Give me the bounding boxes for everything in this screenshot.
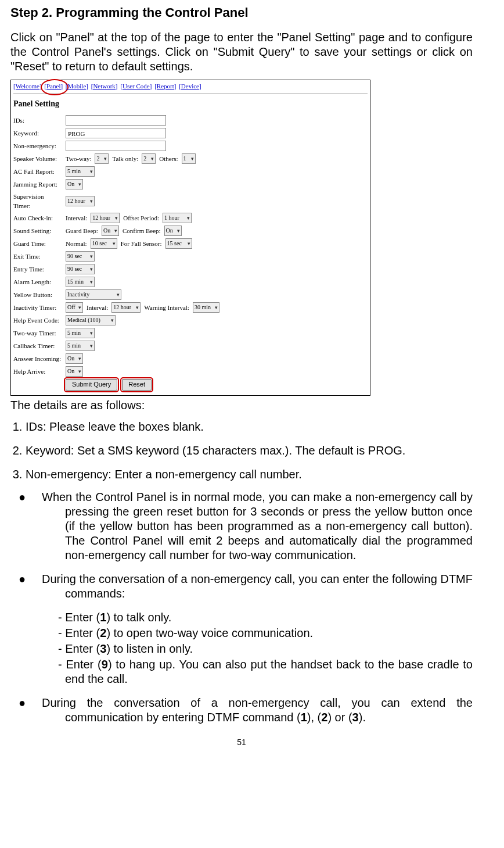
label-auto-interval: Interval: [66, 213, 87, 223]
select-guard-normal[interactable]: 10 sec [91, 238, 117, 249]
label-helparrive: Help Arrive: [13, 367, 62, 376]
item-nonemergency-text: Non-emergency: Enter a non-emergency cal… [26, 468, 302, 481]
select-exit[interactable]: 90 sec [66, 251, 95, 262]
label-callback: Callback Timer: [13, 341, 62, 350]
d4-key: 9 [102, 658, 108, 671]
select-supervision[interactable]: 12 hour [66, 196, 95, 206]
bullet-dtmf-text: During the conversation of a non-emergen… [42, 573, 473, 600]
page-number: 51 [10, 738, 473, 748]
item-keyword: Keyword: Set a SMS keyword (15 character… [26, 443, 473, 458]
select-yellow[interactable]: Inactivity [66, 289, 121, 300]
bullet-normal-mode: ●When the Control Panel is in normal mod… [26, 490, 473, 563]
select-acfail[interactable]: 5 min [66, 166, 95, 177]
nonemergency-input[interactable] [66, 141, 166, 151]
d1-post: ) to talk only. [106, 611, 171, 624]
dtmf-2: - Enter (2) to open two-way voice commun… [42, 626, 473, 641]
select-alarm[interactable]: 15 min [66, 277, 95, 287]
label-keyword: Keyword: [13, 128, 62, 138]
select-guardbeep[interactable]: On [102, 226, 119, 236]
label-inact-interval: Interval: [87, 303, 108, 312]
details-caption: The details are as follows: [10, 398, 473, 413]
select-callback[interactable]: 5 min [66, 341, 95, 351]
label-entry: Entry Time: [13, 264, 62, 274]
b3-a: 1 [301, 711, 307, 724]
select-auto-interval[interactable]: 12 hour [91, 213, 120, 223]
tab-report[interactable]: [Report] [154, 83, 176, 91]
d3-post: ) to listen in only. [106, 642, 193, 655]
select-talkonly[interactable]: 2 [142, 153, 156, 164]
label-jamming: Jamming Report: [13, 180, 62, 189]
select-twoway-timer[interactable]: 5 min [66, 328, 95, 338]
submit-query-button[interactable]: Submit Query [66, 379, 117, 391]
d4-post: ) to hang up. You can also put the hands… [65, 658, 473, 685]
dtmf-3: - Enter (3) to listen in only. [42, 642, 473, 656]
label-helpevent: Help Event Code: [13, 316, 62, 325]
label-talkonly: Talk only: [112, 154, 138, 163]
select-helpevent[interactable]: Medical (100) [66, 315, 116, 325]
b3-c: 3 [352, 711, 359, 724]
label-twoway: Two-way: [66, 154, 91, 163]
label-confirmbeep: Confirm Beep: [123, 226, 161, 235]
panel-setting-screenshot: [Welcome] [Panel] [Mobile] [Network] [Us… [10, 80, 370, 396]
label-yellow: Yellow Button: [13, 290, 62, 299]
b3-post: ). [359, 711, 366, 724]
bullet-extend: ●During the conversation of a non-emerge… [26, 696, 473, 725]
d2-key: 2 [100, 627, 106, 639]
label-supervision: Supervision Timer: [13, 192, 62, 210]
dtmf-list: - Enter (1) to talk only. - Enter (2) to… [26, 610, 473, 686]
d1-key: 1 [100, 611, 106, 624]
label-answer: Answer Incoming: [13, 354, 62, 363]
d2-post: ) to open two-way voice communication. [106, 627, 313, 639]
label-exit: Exit Time: [13, 252, 62, 261]
tab-bar: [Welcome] [Panel] [Mobile] [Network] [Us… [13, 83, 368, 92]
tab-welcome[interactable]: [Welcome] [13, 83, 42, 91]
dtmf-1: - Enter (1) to talk only. [42, 610, 473, 625]
ids-input[interactable] [66, 115, 166, 126]
intro-paragraph: Click on "Panel" at the top of the page … [10, 30, 473, 74]
b3-pre: During the conversation of a non-emergen… [42, 696, 473, 724]
label-sound: Sound Setting: [13, 226, 62, 235]
select-jamming[interactable]: On [66, 179, 83, 189]
select-inact-warn[interactable]: 30 min [193, 302, 219, 313]
label-autocheck: Auto Check-in: [13, 213, 62, 223]
select-inact-interval[interactable]: 12 hour [111, 302, 141, 313]
item-ids: IDs: Please leave the boxes blank. [26, 420, 473, 434]
step-heading: Step 2. Programming the Control Panel [10, 5, 473, 21]
tab-device[interactable]: [Device] [179, 83, 201, 91]
select-twoway[interactable]: 2 [95, 153, 109, 164]
label-inact-warn: Warning Interval: [144, 303, 189, 312]
label-guard-normal: Normal: [66, 239, 87, 248]
label-guardbeep: Guard Beep: [66, 226, 98, 235]
select-auto-offset[interactable]: 1 hour [163, 213, 192, 223]
reset-button[interactable]: Reset [122, 379, 152, 391]
select-others[interactable]: 1 [182, 153, 196, 164]
bullet-normal-mode-text: When the Control Panel is in normal mode… [42, 491, 473, 561]
label-guard-fall: For Fall Sensor: [121, 239, 162, 248]
label-twoway-timer: Two-way Timer: [13, 328, 62, 338]
d4-pre: Enter ( [66, 658, 101, 671]
label-guardtime: Guard Time: [13, 239, 62, 248]
label-others: Others: [159, 154, 178, 163]
select-entry[interactable]: 90 sec [66, 264, 95, 274]
select-guard-fall[interactable]: 15 sec [165, 238, 192, 249]
select-inact-onoff[interactable]: Off [66, 302, 83, 313]
keyword-input[interactable]: PROG [66, 128, 166, 138]
tab-panel[interactable]: [Panel] [44, 83, 63, 91]
select-confirmbeep[interactable]: On [164, 226, 182, 236]
panel-setting-title: Panel Setting [13, 99, 368, 109]
label-acfail: AC Fail Report: [13, 167, 62, 176]
tab-usercode[interactable]: [User Code] [120, 83, 152, 91]
label-auto-offset: Offset Period: [123, 213, 159, 223]
bullet-dtmf-commands: ●During the conversation of a non-emerge… [26, 572, 473, 601]
select-helparrive[interactable]: On [66, 366, 83, 377]
tab-mobile[interactable]: [Mobile] [66, 83, 88, 91]
details-list: IDs: Please leave the boxes blank. Keywo… [10, 420, 473, 725]
select-answer[interactable]: On [66, 353, 83, 364]
tab-network[interactable]: [Network] [91, 83, 118, 91]
dtmf-9: - Enter (9) to hang up. You can also put… [42, 657, 473, 686]
label-nonemergency: Non-emergency: [13, 141, 62, 151]
d3-key: 3 [100, 642, 106, 655]
item-nonemergency: Non-emergency: Enter a non-emergency cal… [26, 467, 473, 725]
d1-pre: Enter ( [65, 611, 100, 624]
label-alarm: Alarm Length: [13, 277, 62, 287]
